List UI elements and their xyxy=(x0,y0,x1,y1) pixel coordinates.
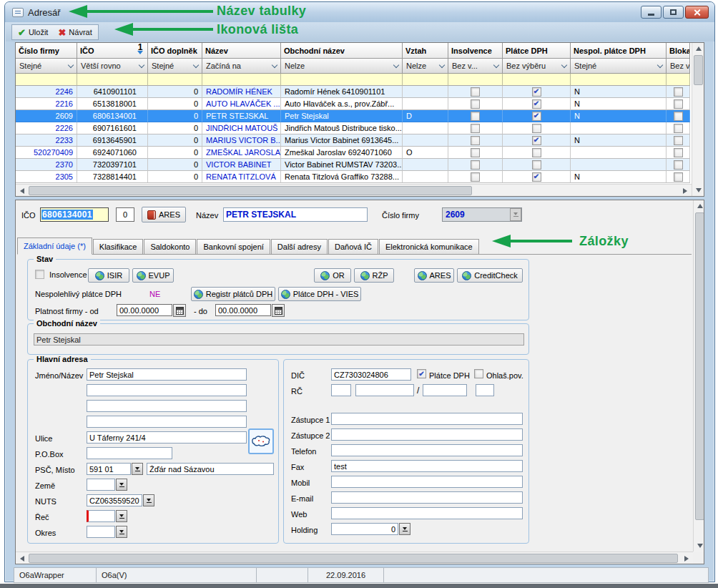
detail-hscroll-thumb[interactable] xyxy=(29,554,678,563)
fax-input[interactable] xyxy=(331,460,523,472)
grid-hscroll-thumb[interactable] xyxy=(29,186,472,195)
insolvence-checkbox[interactable] xyxy=(471,148,480,157)
nazev-input[interactable] xyxy=(223,207,368,222)
map-button[interactable] xyxy=(248,428,274,454)
ohlas-pov-checkbox[interactable] xyxy=(474,369,483,378)
filter-insolvence[interactable]: Bez v... xyxy=(448,59,503,74)
filter-platce-dph[interactable]: Bez výběru xyxy=(503,59,571,74)
blokace-checkbox[interactable] xyxy=(674,160,683,170)
dropdown-arrow-icon[interactable] xyxy=(116,510,127,522)
nazev-line2-input[interactable] xyxy=(87,384,247,396)
column-header-blokace[interactable]: Bloka xyxy=(667,43,690,59)
blokace-checkbox[interactable] xyxy=(674,172,683,182)
ares-lookup-button[interactable]: ARES xyxy=(142,207,186,222)
tab-klasifikace[interactable]: Klasifikace xyxy=(93,239,144,254)
mobil-input[interactable] xyxy=(331,476,523,488)
tab-zakladni-udaje[interactable]: Základní údaje (*) xyxy=(17,237,92,255)
blokace-checkbox[interactable] xyxy=(674,99,683,109)
scroll-up-arrow[interactable] xyxy=(693,43,704,54)
grid-vscroll-thumb[interactable] xyxy=(694,55,703,85)
search-input-ico[interactable] xyxy=(77,74,148,86)
blokace-checkbox[interactable] xyxy=(674,124,683,133)
web-input[interactable] xyxy=(331,507,523,519)
blokace-checkbox[interactable] xyxy=(674,136,683,145)
platce-dph-checkbox[interactable] xyxy=(532,160,541,170)
insolvence-checkbox[interactable] xyxy=(471,160,480,170)
search-input-blokace[interactable] xyxy=(667,74,690,86)
dropdown-arrow-icon[interactable] xyxy=(132,463,143,475)
ico-input[interactable]: 6806134001 xyxy=(40,207,109,222)
dropdown-arrow-icon[interactable] xyxy=(116,479,127,491)
filter-ico[interactable]: Větší rovno xyxy=(77,59,148,74)
column-header-obchodni-nazev[interactable]: Obchodní název xyxy=(281,43,403,59)
table-row[interactable]: 2216 6513818001 0 AUTO HLAVÁČEK ... Auto… xyxy=(16,98,690,110)
rzp-button[interactable]: RŽP xyxy=(354,268,394,283)
dropdown-arrow-icon[interactable] xyxy=(116,526,127,538)
scroll-down-arrow[interactable] xyxy=(693,185,704,195)
insolvence-checkbox[interactable] xyxy=(471,87,480,97)
misto-input[interactable] xyxy=(147,463,274,475)
platce-dph-checkbox[interactable] xyxy=(417,369,426,378)
platce-dph-checkbox[interactable] xyxy=(532,87,541,97)
evup-button[interactable]: EVUP xyxy=(132,268,174,283)
column-header-ico-doplnek[interactable]: IČO doplněk xyxy=(148,43,202,59)
ulice-input[interactable] xyxy=(87,431,247,444)
search-input-cislo-firmy[interactable] xyxy=(16,74,77,86)
holding-input[interactable] xyxy=(331,523,398,535)
search-input-nespol-platce[interactable] xyxy=(571,74,667,86)
search-input-platce-dph[interactable] xyxy=(503,74,571,86)
psc-input[interactable] xyxy=(87,463,131,475)
platce-dph-checkbox[interactable] xyxy=(532,148,541,157)
scroll-left-arrow[interactable] xyxy=(16,185,27,196)
platce-dph-checkbox[interactable] xyxy=(532,99,541,109)
column-header-vztah[interactable]: Vztah xyxy=(403,43,448,59)
zastupce2-input[interactable] xyxy=(331,428,523,441)
email-input[interactable] xyxy=(331,491,523,504)
jmeno-input[interactable] xyxy=(87,368,247,381)
platce-dph-checkbox[interactable] xyxy=(532,172,541,182)
rc-input-3[interactable] xyxy=(423,384,467,396)
search-input-obchodni-nazev[interactable] xyxy=(281,74,403,86)
ico-suffix-input[interactable] xyxy=(116,207,134,222)
platce-dph-checkbox[interactable] xyxy=(532,124,541,133)
scroll-down-arrow[interactable] xyxy=(694,540,704,551)
or-button[interactable]: OR xyxy=(314,268,351,283)
okres-input[interactable] xyxy=(87,526,115,538)
back-button[interactable]: ✖ Návrat xyxy=(55,26,94,39)
tab-danova-ic[interactable]: Daňová IČ xyxy=(328,239,378,254)
insolvence-checkbox[interactable] xyxy=(471,112,480,121)
vies-button[interactable]: Plátce DPH - VIES xyxy=(278,287,361,301)
rec-input[interactable] xyxy=(87,510,115,522)
zeme-input[interactable] xyxy=(87,479,115,491)
nuts-input[interactable] xyxy=(87,494,142,506)
dic-input[interactable] xyxy=(331,368,411,381)
search-input-nazev[interactable] xyxy=(202,74,281,86)
nazev-line4-input[interactable] xyxy=(87,416,247,428)
scroll-right-arrow[interactable] xyxy=(679,185,690,196)
column-header-insolvence[interactable]: Insolvence xyxy=(448,43,503,59)
table-row-selected[interactable]: 2609 6806134001 0 PETR STEJSKAL Petr Ste… xyxy=(16,110,690,122)
filter-obchodni-nazev[interactable]: Nelze xyxy=(281,59,403,74)
platce-dph-checkbox[interactable] xyxy=(532,136,541,145)
tab-dalsi-adresy[interactable]: Další adresy xyxy=(271,239,328,254)
platnost-od-input[interactable] xyxy=(117,304,172,316)
rc-input-4[interactable] xyxy=(476,384,494,396)
telefon-input[interactable] xyxy=(331,444,523,456)
rc-input-1[interactable] xyxy=(331,384,351,396)
tab-saldokonto[interactable]: Saldokonto xyxy=(144,239,196,254)
insolvence-checkbox[interactable] xyxy=(471,136,480,145)
insolvence-checkbox[interactable] xyxy=(471,99,480,109)
filter-cislo-firmy[interactable]: Stejné xyxy=(16,59,77,74)
table-row[interactable]: 2305 7328814401 0 RENATA TITZLOVÁ Renata… xyxy=(16,171,690,183)
creditcheck-button[interactable]: CreditCheck xyxy=(457,268,523,283)
rc-input-2[interactable] xyxy=(355,384,414,396)
blokace-checkbox[interactable] xyxy=(674,112,683,121)
filter-blokace[interactable]: Bez v xyxy=(667,59,690,74)
filter-nespol-platce[interactable]: Stejné xyxy=(571,59,667,74)
column-header-ico[interactable]: IČO 1 xyxy=(77,43,148,59)
table-row[interactable]: 520270409 6924071060 0 ZMEŠKAL JAROSLAV … xyxy=(16,147,690,159)
filter-nazev[interactable]: Začíná na xyxy=(202,59,281,74)
nazev-line3-input[interactable] xyxy=(87,400,247,412)
filter-ico-doplnek[interactable]: Stejné xyxy=(148,59,202,74)
column-header-nazev[interactable]: Název xyxy=(202,43,281,59)
